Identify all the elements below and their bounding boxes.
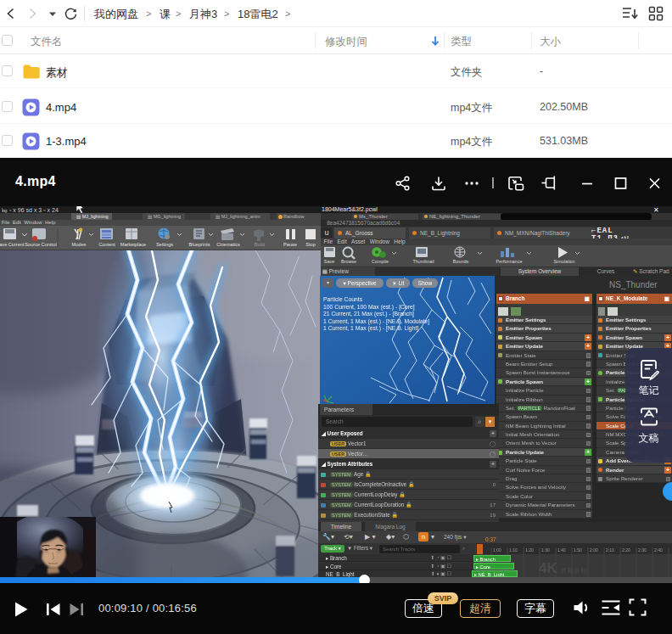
svg-text:Settings: Settings [156, 242, 173, 247]
svg-text:Compile: Compile [372, 259, 389, 264]
svg-text:1:40: 1:40 [557, 547, 566, 553]
svg-text:1:20: 1:20 [525, 547, 534, 553]
svg-text:Performance: Performance [496, 259, 523, 264]
svg-text:Browse: Browse [341, 259, 356, 264]
svg-text:1:00: 1:00 [493, 547, 501, 553]
svg-text:Save Current: Save Current [0, 242, 25, 247]
svg-text:1:30: 1:30 [541, 547, 550, 553]
svg-text:Simulation: Simulation [553, 259, 574, 264]
svg-text:Cinematics: Cinematics [216, 242, 240, 247]
svg-text:2:30: 2:30 [638, 547, 647, 553]
svg-text:Marketplace: Marketplace [120, 242, 146, 247]
svg-text:1:50: 1:50 [574, 547, 582, 553]
svg-text:屏幕录制: 屏幕录制 [560, 567, 587, 575]
svg-text:BIueprints: BIueprints [188, 242, 210, 247]
svg-text:4K: 4K [539, 560, 557, 576]
svg-text:2:10: 2:10 [606, 547, 614, 553]
svg-text:Build: Build [255, 242, 265, 247]
svg-text:Stop: Stop [305, 242, 316, 247]
svg-text:1:10: 1:10 [509, 547, 518, 553]
svg-text:2:20: 2:20 [622, 547, 630, 553]
svg-text:Content: Content [98, 242, 115, 247]
svg-text:Pause: Pause [283, 242, 297, 247]
svg-text:Modes: Modes [72, 242, 87, 247]
svg-text:Thumbnail: Thumbnail [412, 259, 434, 264]
svg-text:Save: Save [324, 259, 334, 264]
svg-text:2:00: 2:00 [590, 547, 598, 553]
svg-text:2:40: 2:40 [654, 547, 663, 553]
svg-text:Bounds: Bounds [453, 259, 469, 264]
svg-text:Source Control: Source Control [25, 242, 56, 247]
